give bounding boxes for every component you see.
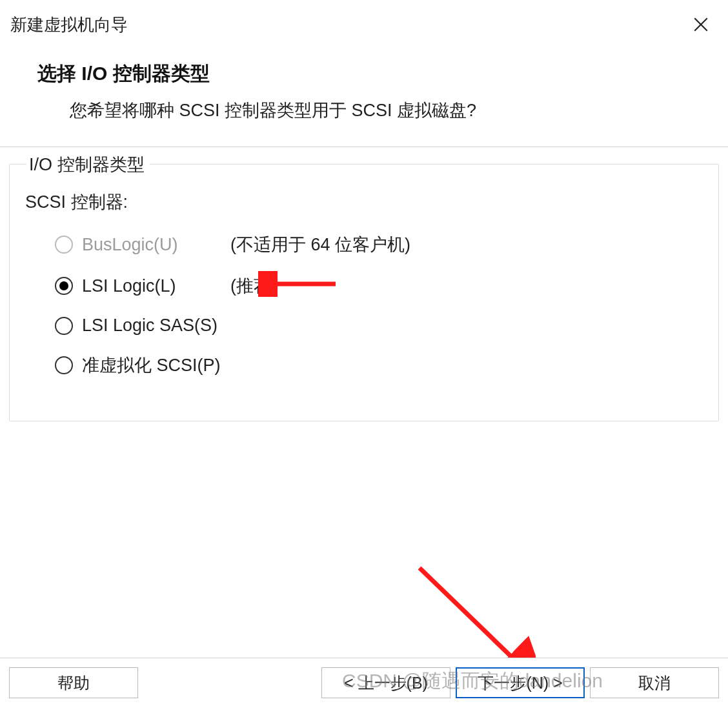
groupbox-title: I/O 控制器类型 <box>26 153 150 176</box>
radio-input-buslogic <box>55 236 73 254</box>
radio-input-lsilogic[interactable] <box>55 277 73 295</box>
help-button[interactable]: 帮助 <box>9 667 138 698</box>
window-title: 新建虚拟机向导 <box>10 14 128 36</box>
radio-option-lsilogic[interactable]: LSI Logic(L) (推荐) <box>55 274 702 298</box>
radio-label-lsilogic[interactable]: LSI Logic(L) <box>82 276 217 296</box>
radio-note-buslogic: (不适用于 64 位客户机) <box>230 233 410 256</box>
radio-option-buslogic: BusLogic(U) (不适用于 64 位客户机) <box>55 233 702 256</box>
svg-line-3 <box>420 568 516 661</box>
radio-label-pvscsi[interactable]: 准虚拟化 SCSI(P) <box>82 354 221 377</box>
radio-input-pvscsi[interactable] <box>55 356 73 374</box>
page-subtitle: 您希望将哪种 SCSI 控制器类型用于 SCSI 虚拟磁盘? <box>70 99 702 122</box>
radio-input-lsilogicsas[interactable] <box>55 317 73 335</box>
scsi-controller-label: SCSI 控制器: <box>25 190 702 214</box>
back-button[interactable]: < 上一步(B) <box>321 667 450 698</box>
next-button[interactable]: 下一步(N) > <box>456 667 585 698</box>
page-title: 选择 I/O 控制器类型 <box>37 61 702 87</box>
radio-option-pvscsi[interactable]: 准虚拟化 SCSI(P) <box>55 354 702 377</box>
wizard-header: 选择 I/O 控制器类型 您希望将哪种 SCSI 控制器类型用于 SCSI 虚拟… <box>0 49 728 146</box>
titlebar: 新建虚拟机向导 <box>0 0 728 49</box>
radio-label-lsilogicsas[interactable]: LSI Logic SAS(S) <box>82 316 217 336</box>
radio-note-lsilogic: (推荐) <box>230 274 277 298</box>
close-button[interactable] <box>688 12 714 37</box>
radio-label-buslogic: BusLogic(U) <box>82 235 217 255</box>
close-icon <box>693 16 709 33</box>
cancel-button[interactable]: 取消 <box>590 667 719 698</box>
io-controller-groupbox: I/O 控制器类型 SCSI 控制器: BusLogic(U) (不适用于 64… <box>9 164 719 421</box>
wizard-button-bar: 帮助 < 上一步(B) 下一步(N) > 取消 <box>0 658 728 706</box>
header-separator <box>0 146 728 147</box>
radio-option-lsilogicsas[interactable]: LSI Logic SAS(S) <box>55 316 702 336</box>
